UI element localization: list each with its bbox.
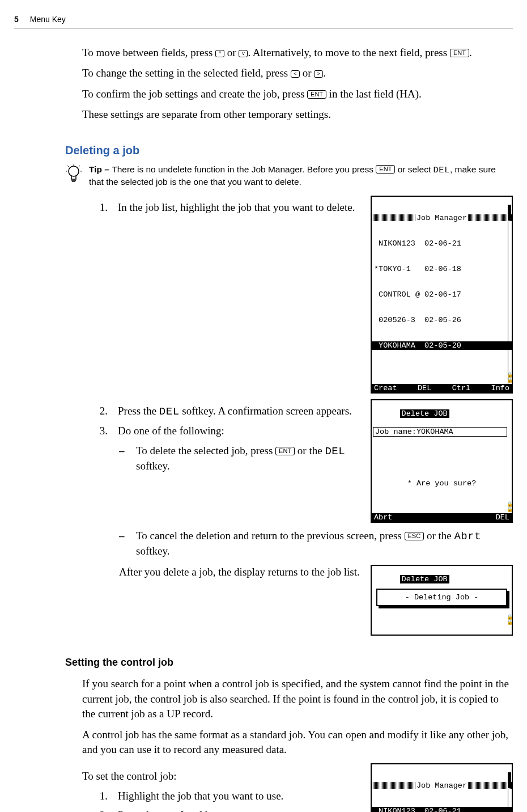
esc-key-icon: ESC: [405, 532, 424, 540]
paragraph: To change the setting in the selected fi…: [82, 66, 513, 81]
paragraph: If you search for a point when a control…: [82, 676, 513, 722]
list-item-selected: NIKON123 02-06-21: [372, 807, 512, 812]
bullet-delete: –To delete the selected job, press ENT o…: [119, 443, 360, 474]
list-item: CONTROL @ 02-06-17: [372, 290, 512, 299]
page-header: 5 Menu Key: [14, 14, 513, 28]
paragraph: These settings are separate from other t…: [82, 107, 513, 122]
step-1: 1.In the job list, highlight the job tha…: [82, 200, 360, 215]
step-1: 1.Highlight the job that you want to use…: [82, 789, 360, 804]
svg-point-0: [69, 166, 79, 176]
lcd-job-manager-ctrl: Job Manager NIKON123 02-06-21 *TOKYO-1 0…: [371, 763, 513, 812]
list-item-selected: YOKOHAMA 02-05-20: [372, 341, 512, 350]
paragraph: A control job has the same format as a s…: [82, 728, 513, 758]
step-2: 2.Press the DEL softkey. A confirmation …: [82, 404, 360, 420]
tip-text: Tip – There is no undelete function in t…: [89, 164, 513, 188]
step-3: 3.Do one of the following:: [82, 424, 360, 439]
section-heading-deleting: Deleting a job: [65, 142, 513, 158]
svg-line-6: [67, 166, 69, 167]
lock-icon: 🔒🔒: [507, 502, 511, 513]
job-name-line: Job name:YOKOHAMA: [373, 427, 507, 437]
softkey-bar: Abrt DEL: [372, 513, 512, 522]
list-item: *TOKYO-1 02-06-18: [372, 265, 512, 273]
list-item: NIKON123 02-06-21: [372, 239, 512, 248]
down-key-icon: v: [239, 50, 248, 57]
paragraph: To move between fields, press ^ or v. Al…: [82, 45, 513, 61]
deleting-popup: - Deleting Job -: [376, 589, 507, 606]
section-heading-control: Setting the control job: [65, 655, 513, 670]
step-2: 2.Press the Ctrl softkey.: [82, 808, 360, 812]
del-softkey-label: DEL: [159, 405, 180, 418]
abrt-softkey-label: Abrt: [454, 530, 481, 543]
left-key-icon: <: [291, 70, 300, 78]
after-delete-text: After you delete a job, the display retu…: [119, 565, 360, 580]
chapter-number: 5: [14, 14, 19, 26]
up-key-icon: ^: [215, 50, 224, 57]
confirm-prompt: * Are you sure?: [372, 479, 512, 488]
lock-icon: 🔒🔒: [507, 615, 511, 625]
softkey-bar: Creat DEL Ctrl Info: [372, 384, 512, 392]
tip-lightbulb-icon: [65, 164, 86, 189]
scrollbar: [508, 772, 511, 812]
chapter-title: Menu Key: [30, 14, 66, 26]
paragraph: To confirm the job settings and create t…: [82, 87, 513, 102]
tip-row: Tip – There is no undelete function in t…: [65, 164, 513, 189]
lcd-deleting-job: Delete JOB - Deleting Job - 🔒🔒: [371, 565, 513, 636]
ent-key-icon: ENT: [376, 165, 395, 174]
scrollbar: [508, 205, 511, 384]
lock-icon: 🔒🔒: [507, 373, 511, 383]
lcd-delete-confirm: Delete JOB Job name:YOKOHAMA * Are you s…: [371, 399, 513, 523]
ent-key-icon: ENT: [307, 90, 326, 99]
svg-line-7: [79, 166, 80, 167]
ent-key-icon: ENT: [450, 49, 469, 57]
right-key-icon: >: [314, 70, 323, 78]
lcd-job-manager: Job Manager NIKON123 02-06-21 *TOKYO-1 0…: [371, 196, 513, 394]
del-softkey-label: DEL: [434, 165, 450, 175]
list-item: 020526-3 02-05-26: [372, 316, 512, 324]
bullet-cancel: –To cancel the deletion and return to th…: [119, 528, 513, 559]
lead-text: To set the control job:: [82, 769, 360, 784]
ent-key-icon: ENT: [275, 447, 295, 455]
del-softkey-label: DEL: [325, 445, 345, 458]
ctrl-softkey-label: Ctrl: [159, 810, 186, 812]
